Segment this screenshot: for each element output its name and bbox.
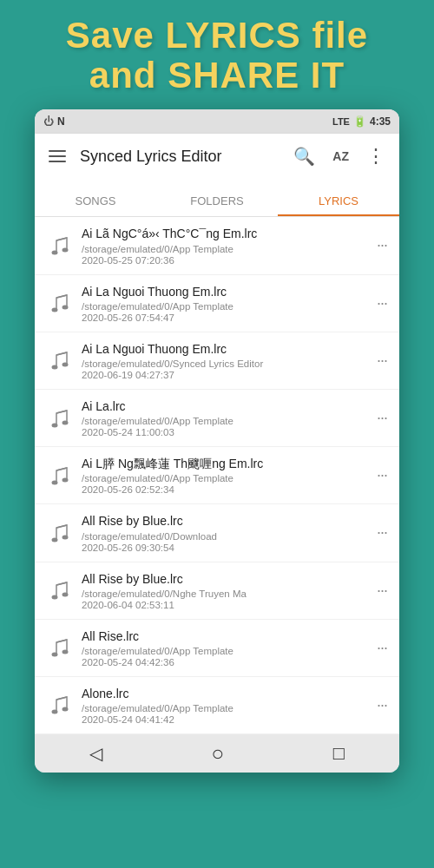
home-button[interactable]: ○ (198, 734, 239, 773)
app-title: Synced Lyrics Editor (80, 148, 279, 166)
recents-button[interactable]: □ (319, 735, 358, 772)
navigation-bar: ◁ ○ □ (35, 734, 399, 773)
svg-point-13 (62, 477, 69, 482)
item-date: 2020-05-24 04:42:36 (82, 657, 375, 667)
time-label: 4:35 (370, 115, 391, 128)
item-date: 2020-05-26 09:30:54 (82, 542, 375, 553)
svg-point-15 (52, 537, 58, 542)
list-item[interactable]: Ai La Nguoi Thuong Em.lrc /storage/emula… (35, 332, 399, 390)
music-note-icon (45, 519, 73, 547)
item-date: 2020-05-24 04:41:42 (82, 714, 375, 725)
item-text: Ai Lã NgC°á»‹ ThC°C¯ng Em.lrc /storage/e… (82, 226, 375, 265)
music-note-icon (45, 404, 73, 432)
list-item[interactable]: Ai L膵 Ng飄峰蓮 Th飀喱ng Em.lrc /storage/emula… (35, 447, 399, 504)
list-item[interactable]: All Rise by Blue.lrc /storage/emulated/0… (35, 504, 399, 562)
item-date: 2020-05-24 11:00:03 (82, 427, 375, 437)
hamburger-line (49, 161, 66, 162)
hero-line1: Save LYRICS file (17, 16, 417, 56)
svg-point-22 (62, 650, 69, 654)
music-note-icon (45, 576, 73, 604)
item-date: 2020-06-19 04:27:37 (82, 370, 375, 380)
item-date: 2020-05-25 07:20:36 (82, 255, 375, 266)
status-bar: ⏻ N LTE 🔋 4:35 (35, 109, 399, 134)
svg-line-23 (56, 640, 67, 642)
item-path: /storage/emulated/0/Synced Lyrics Editor (82, 358, 375, 369)
item-text: Alone.lrc /storage/emulated/0/App Templa… (82, 686, 375, 725)
tab-lyrics[interactable]: LYRICS (278, 194, 399, 216)
svg-line-2 (56, 238, 67, 240)
item-date: 2020-05-26 07:54:47 (82, 312, 375, 323)
item-text: All Rise by Blue.lrc /storage/emulated/0… (82, 571, 375, 610)
tab-folders[interactable]: FOLDERS (156, 194, 278, 216)
svg-line-26 (56, 697, 67, 700)
search-icon[interactable]: 🔍 (290, 142, 319, 170)
item-more-icon[interactable]: ··· (375, 578, 389, 603)
item-title: Ai La Nguoi Thuong Em.lrc (82, 341, 375, 357)
item-more-icon[interactable]: ··· (375, 291, 389, 316)
n-icon: N (57, 115, 65, 128)
status-right: LTE 🔋 4:35 (332, 115, 391, 128)
item-path: /storage/emulated/0/Nghe Truyen Ma (82, 589, 375, 599)
hero-line2: and SHARE IT (17, 56, 417, 95)
item-path: /storage/emulated/0/App Template (82, 301, 375, 312)
item-text: Ai La.lrc /storage/emulated/0/App Templa… (82, 398, 375, 437)
item-date: 2020-06-04 02:53:11 (82, 600, 375, 610)
svg-point-18 (52, 595, 58, 600)
item-title: All Rise.lrc (82, 628, 375, 644)
back-button[interactable]: ◁ (76, 736, 116, 771)
music-note-icon (45, 232, 73, 260)
svg-point-16 (62, 535, 69, 539)
item-title: Alone.lrc (82, 686, 375, 701)
hamburger-line (49, 155, 66, 157)
music-note-icon (45, 691, 73, 719)
list-item[interactable]: Ai Lã NgC°á»‹ ThC°C¯ng Em.lrc /storage/e… (35, 217, 399, 274)
lte-label: LTE (332, 116, 350, 127)
status-left: ⏻ N (43, 115, 65, 128)
tab-songs[interactable]: SONGS (35, 194, 156, 216)
item-text: All Rise.lrc /storage/emulated/0/App Tem… (82, 628, 375, 667)
item-more-icon[interactable]: ··· (375, 233, 389, 258)
item-path: /storage/emulated/0/App Template (82, 703, 375, 713)
item-more-icon[interactable]: ··· (375, 405, 389, 431)
item-more-icon[interactable]: ··· (375, 463, 389, 488)
music-note-icon (45, 289, 73, 317)
svg-point-3 (52, 308, 58, 312)
list-item[interactable]: Ai La Nguoi Thuong Em.lrc /storage/emula… (35, 275, 399, 332)
music-note-icon (45, 634, 73, 661)
svg-point-1 (62, 247, 69, 252)
svg-point-10 (62, 420, 69, 424)
list-item[interactable]: Alone.lrc /storage/emulated/0/App Templa… (35, 677, 399, 734)
item-path: /storage/emulated/0/App Template (82, 473, 375, 483)
svg-point-21 (52, 653, 58, 657)
item-title: Ai La.lrc (82, 398, 375, 414)
item-path: /storage/emulated/0/App Template (82, 244, 375, 254)
hamburger-menu-icon[interactable] (45, 147, 69, 166)
sort-az-button[interactable]: AZ (329, 146, 352, 167)
item-path: /storage/emulated/0/App Template (82, 646, 375, 656)
item-path: /storage/emulated/0/App Template (82, 416, 375, 426)
app-bar: Synced Lyrics Editor 🔍 AZ ⋮ (35, 134, 399, 179)
phone-frame: ⏻ N LTE 🔋 4:35 Synced Lyrics Editor 🔍 AZ… (35, 109, 399, 773)
item-title: Ai La Nguoi Thuong Em.lrc (82, 284, 375, 299)
svg-point-12 (52, 480, 58, 484)
list-item[interactable]: All Rise.lrc /storage/emulated/0/App Tem… (35, 620, 399, 677)
item-more-icon[interactable]: ··· (375, 693, 389, 718)
lyrics-list: Ai Lã NgC°á»‹ ThC°C¯ng Em.lrc /storage/e… (35, 217, 399, 734)
svg-line-17 (56, 525, 67, 528)
svg-line-11 (56, 411, 67, 413)
svg-point-24 (52, 710, 58, 714)
svg-point-9 (52, 423, 58, 427)
svg-point-19 (62, 593, 69, 597)
list-item[interactable]: All Rise by Blue.lrc /storage/emulated/0… (35, 562, 399, 620)
item-more-icon[interactable]: ··· (375, 635, 389, 661)
svg-line-14 (56, 468, 67, 470)
svg-point-7 (62, 363, 69, 367)
hero-section: Save LYRICS file and SHARE IT (0, 0, 434, 109)
item-more-icon[interactable]: ··· (375, 348, 389, 373)
more-options-icon[interactable]: ⋮ (363, 143, 389, 169)
svg-line-20 (56, 582, 67, 585)
list-item[interactable]: Ai La.lrc /storage/emulated/0/App Templa… (35, 390, 399, 447)
svg-line-5 (56, 295, 67, 298)
item-more-icon[interactable]: ··· (375, 520, 389, 545)
svg-point-4 (62, 306, 69, 310)
